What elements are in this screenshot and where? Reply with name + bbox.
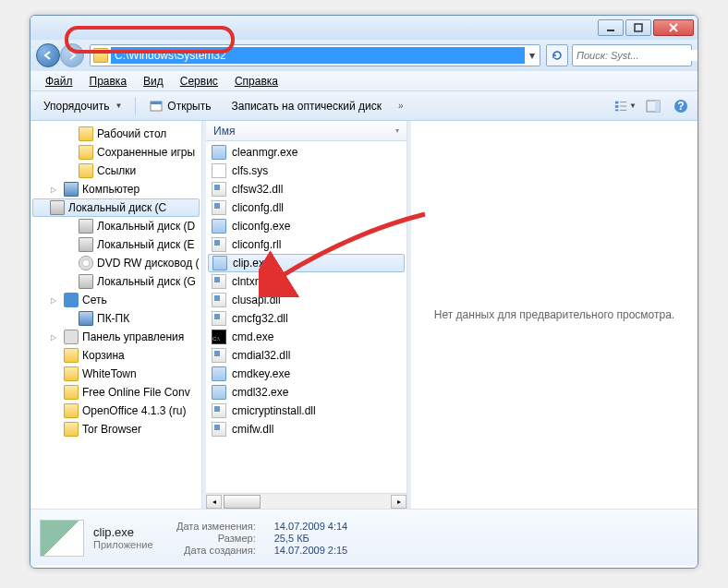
tree-icon — [64, 403, 79, 418]
tree-item[interactable]: WhiteTown — [30, 365, 201, 383]
file-row[interactable]: clfsw32.dll — [206, 180, 406, 198]
menu-tools[interactable]: Сервис — [173, 73, 225, 90]
file-row[interactable]: cmdial32.dll — [206, 346, 406, 365]
tree-label: Сохраненные игры — [97, 146, 195, 159]
menu-edit[interactable]: Правка — [82, 73, 135, 90]
tree-label: WhiteTown — [82, 367, 137, 380]
nav-tree[interactable]: Рабочий столСохраненные игрыСсылки▷Компь… — [30, 121, 202, 509]
tree-item[interactable]: Локальный диск (E — [30, 235, 201, 254]
svg-rect-15 — [655, 101, 660, 112]
menu-help[interactable]: Справка — [227, 73, 285, 90]
tree-item[interactable]: ПК-ПК — [30, 309, 201, 328]
menu-file[interactable]: Файл — [38, 73, 80, 90]
file-row[interactable]: cmcfg32.dll — [206, 309, 406, 328]
h-scrollbar[interactable]: ◂ ▸ — [206, 493, 406, 509]
file-row[interactable]: cmifw.dll — [206, 420, 406, 438]
tree-icon — [64, 422, 79, 437]
tree-label: Ссылки — [97, 164, 136, 177]
tree-item[interactable]: Рабочий стол — [30, 125, 201, 143]
back-button[interactable] — [36, 43, 60, 67]
tree-icon — [79, 237, 93, 252]
refresh-button[interactable] — [546, 44, 568, 66]
tree-item[interactable]: OpenOffice 4.1.3 (ru) — [30, 402, 201, 420]
tree-item[interactable]: Ссылки — [30, 162, 201, 180]
file-row[interactable]: clip.exe — [208, 254, 405, 272]
scroll-right[interactable]: ▸ — [391, 495, 406, 509]
tree-item[interactable]: Tor Browser — [30, 420, 201, 438]
file-icon — [212, 256, 227, 270]
open-button[interactable]: Открыть — [141, 95, 218, 117]
menu-view[interactable]: Вид — [136, 73, 171, 90]
toolbar: Упорядочить▼ Открыть Записать на оптичес… — [30, 91, 698, 121]
file-row[interactable]: cleanmgr.exe — [206, 143, 406, 162]
file-name: clusapi.dll — [232, 294, 281, 306]
address-dropdown[interactable]: ▾ — [525, 49, 540, 62]
view-mode-button[interactable]: ▼ — [614, 96, 637, 116]
file-row[interactable]: cmicryptinstall.dll — [206, 402, 406, 420]
address-bar[interactable]: ▾ — [90, 44, 540, 66]
tree-icon — [64, 182, 79, 197]
preview-empty-text: Нет данных для предварительного просмотр… — [434, 308, 674, 321]
file-row[interactable]: clusapi.dll — [206, 291, 406, 309]
file-list[interactable]: cleanmgr.execlfs.sysclfsw32.dllcliconfg.… — [206, 141, 406, 493]
file-icon — [212, 219, 226, 234]
tree-icon — [79, 163, 93, 178]
open-icon — [149, 99, 164, 114]
details-pane: clip.exe Приложение Дата изменения: Разм… — [30, 509, 698, 566]
file-icon — [212, 237, 226, 252]
search-box[interactable] — [572, 44, 692, 66]
file-icon — [212, 163, 226, 178]
file-row[interactable]: cmdkey.exe — [206, 365, 406, 383]
address-input[interactable] — [111, 47, 525, 64]
help-button[interactable]: ? — [670, 96, 692, 116]
menubar: Файл Правка Вид Сервис Справка — [30, 71, 698, 91]
file-name: cmcfg32.dll — [232, 312, 288, 325]
tree-icon — [79, 219, 93, 234]
scroll-thumb[interactable] — [224, 495, 261, 509]
file-row[interactable]: cliconfg.exe — [206, 217, 406, 235]
tree-label: Компьютер — [82, 183, 140, 196]
file-icon — [212, 200, 226, 215]
tree-icon — [64, 385, 79, 400]
tree-label: Локальный диск (G — [97, 275, 196, 288]
tree-item[interactable]: ▷Компьютер — [30, 180, 201, 198]
tree-item[interactable]: Free Online File Conv — [30, 383, 201, 402]
search-input[interactable] — [576, 50, 698, 61]
file-icon — [212, 274, 226, 289]
minimize-button[interactable] — [598, 19, 624, 36]
file-row[interactable]: clntxres.dll — [206, 272, 406, 291]
file-name: cmifw.dll — [232, 423, 273, 436]
file-icon — [212, 348, 226, 363]
tree-item[interactable]: Локальный диск (G — [30, 272, 201, 291]
burn-button[interactable]: Записать на оптический диск — [224, 96, 389, 116]
file-row[interactable]: cmd.exe — [206, 328, 406, 346]
details-filetype: Приложение — [93, 539, 167, 550]
file-name: cliconfg.rll — [232, 238, 281, 251]
file-icon — [212, 422, 226, 437]
column-header-name[interactable]: Имя▾ — [206, 121, 406, 141]
tree-item[interactable]: Локальный диск (D — [30, 217, 201, 235]
file-name: clfs.sys — [232, 164, 268, 177]
tree-icon — [79, 311, 93, 326]
file-name: cmd.exe — [232, 330, 273, 343]
file-icon — [212, 403, 226, 418]
preview-pane-button[interactable] — [642, 96, 664, 116]
scroll-left[interactable]: ◂ — [206, 495, 222, 509]
organize-button[interactable]: Упорядочить▼ — [36, 96, 129, 116]
file-row[interactable]: cliconfg.rll — [206, 235, 406, 254]
tree-item[interactable]: Корзина — [30, 346, 201, 365]
close-button[interactable] — [653, 19, 694, 36]
tree-item[interactable]: Сохраненные игры — [30, 143, 201, 162]
preview-pane: Нет данных для предварительного просмотр… — [411, 121, 698, 509]
file-row[interactable]: clfs.sys — [206, 162, 406, 180]
toolbar-overflow[interactable]: » — [394, 101, 407, 111]
tree-item[interactable]: Локальный диск (C — [32, 198, 200, 217]
tree-item[interactable]: DVD RW дисковод ( — [30, 254, 201, 272]
file-row[interactable]: cliconfg.dll — [206, 198, 406, 217]
tree-item[interactable]: ▷Панель управления — [30, 328, 201, 346]
file-row[interactable]: cmdl32.exe — [206, 383, 406, 402]
maximize-button[interactable] — [625, 19, 651, 36]
tree-item[interactable]: ▷Сеть — [30, 291, 201, 309]
tree-label: Панель управления — [82, 330, 184, 343]
forward-button[interactable] — [60, 43, 84, 67]
